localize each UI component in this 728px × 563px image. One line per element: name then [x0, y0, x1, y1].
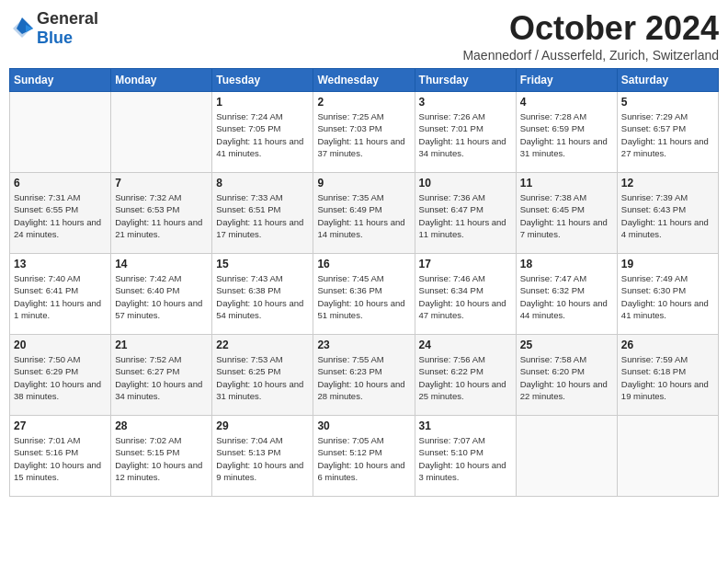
- calendar-cell: 2Sunrise: 7:25 AM Sunset: 7:03 PM Daylig…: [313, 92, 415, 173]
- day-number: 17: [419, 258, 512, 270]
- day-info: Sunrise: 7:58 AM Sunset: 6:20 PM Dayligh…: [520, 353, 613, 402]
- day-number: 25: [520, 339, 613, 351]
- day-number: 27: [14, 419, 107, 432]
- day-info: Sunrise: 7:56 AM Sunset: 6:22 PM Dayligh…: [419, 353, 512, 402]
- calendar-cell: 9Sunrise: 7:35 AM Sunset: 6:49 PM Daylig…: [313, 173, 415, 254]
- day-info: Sunrise: 7:59 AM Sunset: 6:18 PM Dayligh…: [621, 353, 714, 402]
- day-info: Sunrise: 7:02 AM Sunset: 5:15 PM Dayligh…: [115, 434, 208, 483]
- day-info: Sunrise: 7:36 AM Sunset: 6:47 PM Dayligh…: [419, 191, 512, 240]
- day-info: Sunrise: 7:31 AM Sunset: 6:55 PM Dayligh…: [14, 191, 107, 240]
- calendar-cell: 14Sunrise: 7:42 AM Sunset: 6:40 PM Dayli…: [111, 254, 212, 335]
- calendar-cell: 7Sunrise: 7:32 AM Sunset: 6:53 PM Daylig…: [111, 173, 212, 254]
- calendar-cell: [10, 92, 111, 173]
- calendar-cell: 21Sunrise: 7:52 AM Sunset: 6:27 PM Dayli…: [111, 335, 212, 416]
- calendar-cell: [111, 92, 212, 173]
- day-info: Sunrise: 7:26 AM Sunset: 7:01 PM Dayligh…: [419, 110, 512, 159]
- calendar-cell: 23Sunrise: 7:55 AM Sunset: 6:23 PM Dayli…: [313, 335, 415, 416]
- calendar-cell: 22Sunrise: 7:53 AM Sunset: 6:25 PM Dayli…: [212, 335, 313, 416]
- day-number: 5: [621, 96, 714, 109]
- calendar-cell: 30Sunrise: 7:05 AM Sunset: 5:12 PM Dayli…: [313, 416, 415, 497]
- day-number: 7: [115, 177, 208, 190]
- calendar-cell: 6Sunrise: 7:31 AM Sunset: 6:55 PM Daylig…: [10, 173, 111, 254]
- day-number: 29: [216, 419, 309, 432]
- day-number: 26: [621, 339, 714, 351]
- day-info: Sunrise: 7:45 AM Sunset: 6:36 PM Dayligh…: [317, 272, 410, 321]
- location-title: Maennedorf / Ausserfeld, Zurich, Switzer…: [462, 48, 719, 63]
- calendar-week-row: 1Sunrise: 7:24 AM Sunset: 7:05 PM Daylig…: [10, 92, 719, 173]
- weekday-header-row: SundayMondayTuesdayWednesdayThursdayFrid…: [10, 69, 719, 92]
- day-number: 30: [317, 419, 410, 432]
- day-info: Sunrise: 7:24 AM Sunset: 7:05 PM Dayligh…: [216, 110, 309, 159]
- day-number: 18: [520, 258, 613, 270]
- day-number: 1: [216, 96, 309, 109]
- page-header: General Blue October 2024 Maennedorf / A…: [9, 9, 719, 63]
- calendar-cell: 28Sunrise: 7:02 AM Sunset: 5:15 PM Dayli…: [111, 416, 212, 497]
- title-area: October 2024 Maennedorf / Ausserfeld, Zu…: [462, 9, 719, 63]
- day-number: 24: [419, 339, 512, 351]
- weekday-header-wednesday: Wednesday: [313, 69, 415, 92]
- calendar-cell: 5Sunrise: 7:29 AM Sunset: 6:57 PM Daylig…: [617, 92, 718, 173]
- day-info: Sunrise: 7:52 AM Sunset: 6:27 PM Dayligh…: [115, 353, 208, 402]
- calendar-cell: 25Sunrise: 7:58 AM Sunset: 6:20 PM Dayli…: [516, 335, 617, 416]
- calendar-cell: 15Sunrise: 7:43 AM Sunset: 6:38 PM Dayli…: [212, 254, 313, 335]
- day-info: Sunrise: 7:42 AM Sunset: 6:40 PM Dayligh…: [115, 272, 208, 321]
- logo: General Blue: [9, 9, 98, 48]
- calendar-cell: 19Sunrise: 7:49 AM Sunset: 6:30 PM Dayli…: [617, 254, 718, 335]
- calendar-week-row: 20Sunrise: 7:50 AM Sunset: 6:29 PM Dayli…: [10, 335, 719, 416]
- logo-general-text: General: [37, 9, 98, 28]
- day-number: 20: [14, 339, 107, 351]
- day-info: Sunrise: 7:46 AM Sunset: 6:34 PM Dayligh…: [419, 272, 512, 321]
- day-number: 19: [621, 258, 714, 270]
- day-info: Sunrise: 7:47 AM Sunset: 6:32 PM Dayligh…: [520, 272, 613, 321]
- day-info: Sunrise: 7:50 AM Sunset: 6:29 PM Dayligh…: [14, 353, 107, 402]
- day-info: Sunrise: 7:01 AM Sunset: 5:16 PM Dayligh…: [14, 434, 107, 483]
- calendar-cell: [617, 416, 718, 497]
- day-info: Sunrise: 7:05 AM Sunset: 5:12 PM Dayligh…: [317, 434, 410, 483]
- day-number: 15: [216, 258, 309, 270]
- day-number: 16: [317, 258, 410, 270]
- day-info: Sunrise: 7:29 AM Sunset: 6:57 PM Dayligh…: [621, 110, 714, 159]
- day-number: 23: [317, 339, 410, 351]
- calendar-week-row: 27Sunrise: 7:01 AM Sunset: 5:16 PM Dayli…: [10, 416, 719, 497]
- weekday-header-saturday: Saturday: [617, 69, 718, 92]
- day-number: 3: [419, 96, 512, 109]
- day-number: 31: [419, 419, 512, 432]
- calendar-cell: 8Sunrise: 7:33 AM Sunset: 6:51 PM Daylig…: [212, 173, 313, 254]
- day-info: Sunrise: 7:40 AM Sunset: 6:41 PM Dayligh…: [14, 272, 107, 321]
- calendar-table: SundayMondayTuesdayWednesdayThursdayFrid…: [9, 68, 719, 497]
- weekday-header-thursday: Thursday: [415, 69, 516, 92]
- calendar-cell: 10Sunrise: 7:36 AM Sunset: 6:47 PM Dayli…: [415, 173, 516, 254]
- month-title: October 2024: [462, 9, 719, 48]
- calendar-cell: 13Sunrise: 7:40 AM Sunset: 6:41 PM Dayli…: [10, 254, 111, 335]
- calendar-cell: 26Sunrise: 7:59 AM Sunset: 6:18 PM Dayli…: [617, 335, 718, 416]
- calendar-cell: 16Sunrise: 7:45 AM Sunset: 6:36 PM Dayli…: [313, 254, 415, 335]
- calendar-cell: 11Sunrise: 7:38 AM Sunset: 6:45 PM Dayli…: [516, 173, 617, 254]
- weekday-header-monday: Monday: [111, 69, 212, 92]
- logo-icon: [9, 16, 35, 41]
- day-number: 10: [419, 177, 512, 190]
- day-number: 6: [14, 177, 107, 190]
- weekday-header-sunday: Sunday: [10, 69, 111, 92]
- calendar-cell: 20Sunrise: 7:50 AM Sunset: 6:29 PM Dayli…: [10, 335, 111, 416]
- day-info: Sunrise: 7:55 AM Sunset: 6:23 PM Dayligh…: [317, 353, 410, 402]
- day-number: 11: [520, 177, 613, 190]
- day-info: Sunrise: 7:07 AM Sunset: 5:10 PM Dayligh…: [419, 434, 512, 483]
- calendar-cell: 1Sunrise: 7:24 AM Sunset: 7:05 PM Daylig…: [212, 92, 313, 173]
- day-number: 28: [115, 419, 208, 432]
- day-info: Sunrise: 7:49 AM Sunset: 6:30 PM Dayligh…: [621, 272, 714, 321]
- day-number: 4: [520, 96, 613, 109]
- day-number: 9: [317, 177, 410, 190]
- calendar-cell: 4Sunrise: 7:28 AM Sunset: 6:59 PM Daylig…: [516, 92, 617, 173]
- day-info: Sunrise: 7:33 AM Sunset: 6:51 PM Dayligh…: [216, 191, 309, 240]
- day-info: Sunrise: 7:04 AM Sunset: 5:13 PM Dayligh…: [216, 434, 309, 483]
- day-number: 12: [621, 177, 714, 190]
- calendar-week-row: 13Sunrise: 7:40 AM Sunset: 6:41 PM Dayli…: [10, 254, 719, 335]
- calendar-cell: 17Sunrise: 7:46 AM Sunset: 6:34 PM Dayli…: [415, 254, 516, 335]
- calendar-week-row: 6Sunrise: 7:31 AM Sunset: 6:55 PM Daylig…: [10, 173, 719, 254]
- day-info: Sunrise: 7:28 AM Sunset: 6:59 PM Dayligh…: [520, 110, 613, 159]
- calendar-cell: 3Sunrise: 7:26 AM Sunset: 7:01 PM Daylig…: [415, 92, 516, 173]
- weekday-header-tuesday: Tuesday: [212, 69, 313, 92]
- calendar-cell: 27Sunrise: 7:01 AM Sunset: 5:16 PM Dayli…: [10, 416, 111, 497]
- day-number: 21: [115, 339, 208, 351]
- calendar-cell: 12Sunrise: 7:39 AM Sunset: 6:43 PM Dayli…: [617, 173, 718, 254]
